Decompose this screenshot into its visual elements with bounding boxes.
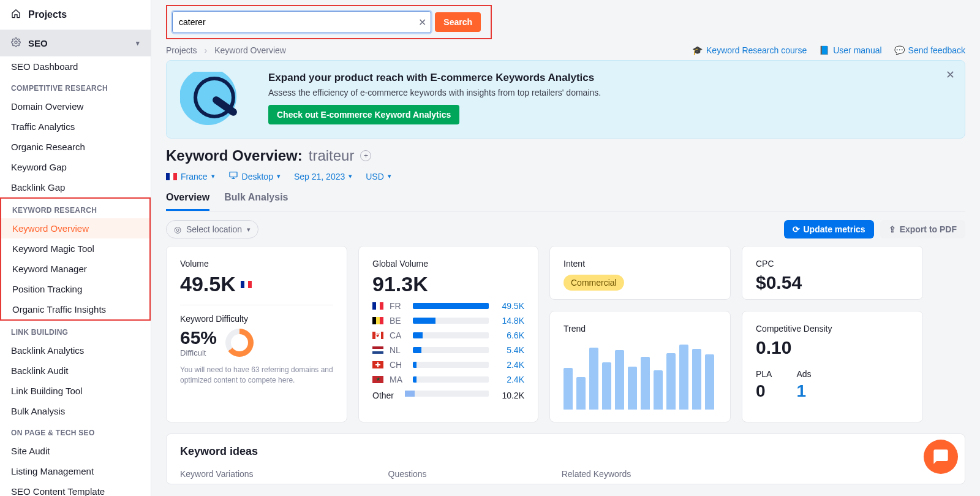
sidebar-item-domain-overview[interactable]: Domain Overview — [0, 96, 151, 116]
sidebar-item-site-audit[interactable]: Site Audit — [0, 441, 151, 461]
trend-bar — [589, 348, 598, 410]
kd-row: 65% Difficult — [180, 327, 333, 357]
global-val: 5.4K — [495, 345, 524, 355]
link-manual[interactable]: 📘User manual — [819, 45, 881, 55]
chat-fab[interactable] — [924, 440, 958, 474]
trend-bar — [628, 367, 637, 410]
sidebar: Projects SEO ▾ SEO Dashboard COMPETITIVE… — [0, 0, 151, 496]
ads-value[interactable]: 1 — [796, 381, 811, 401]
global-row-ca: CA6.6K — [372, 330, 524, 340]
global-bar — [413, 303, 489, 309]
flag-fr-icon — [241, 281, 252, 288]
filter-date[interactable]: Sep 21, 2023▾ — [294, 172, 352, 181]
update-metrics-button[interactable]: ⟳Update metrics — [784, 220, 874, 238]
sidebar-projects-label: Projects — [28, 9, 67, 20]
flag-ch-icon — [372, 361, 383, 368]
ads-label: Ads — [796, 369, 811, 379]
filter-device-label: Desktop — [242, 172, 273, 181]
sidebar-projects[interactable]: Projects — [0, 0, 151, 30]
global-cc: FR — [390, 301, 407, 311]
intent-label: Intent — [564, 259, 717, 269]
sidebar-item-keyword-magic[interactable]: Keyword Magic Tool — [1, 238, 149, 259]
close-icon[interactable]: ✕ — [946, 68, 955, 82]
flag-ma-icon — [372, 376, 383, 383]
location-selector[interactable]: ◎ Select location ▾ — [166, 220, 258, 238]
page-title-label: Keyword Overview: — [166, 147, 303, 164]
chevron-down-icon: ▾ — [247, 226, 251, 234]
target-icon: ◎ — [174, 224, 181, 234]
sidebar-item-backlink-analytics[interactable]: Backlink Analytics — [0, 340, 151, 361]
global-row-fr: FR49.5K — [372, 301, 524, 311]
ideas-title: Keyword ideas — [180, 445, 951, 458]
sidebar-item-organic-research[interactable]: Organic Research — [0, 137, 151, 157]
sidebar-item-seo-content-template[interactable]: SEO Content Template — [0, 481, 151, 496]
global-bar — [413, 332, 489, 338]
clear-icon[interactable]: ✕ — [418, 17, 426, 28]
export-icon: ⇪ — [889, 224, 896, 234]
global-val: 49.5K — [495, 301, 524, 311]
pla-metric: PLA 0 — [756, 369, 772, 401]
global-bar — [413, 347, 489, 353]
banner-title: Expand your product reach with E-commerc… — [268, 72, 601, 84]
sidebar-item-keyword-overview[interactable]: Keyword Overview — [1, 218, 149, 238]
breadcrumb-projects[interactable]: Projects — [166, 45, 197, 55]
global-bar — [413, 318, 489, 324]
filter-country-label: France — [181, 172, 208, 181]
sidebar-item-backlink-gap[interactable]: Backlink Gap — [0, 177, 151, 197]
trend-bar — [564, 368, 573, 410]
link-feedback[interactable]: 💬Send feedback — [894, 45, 965, 55]
sidebar-head-keyword: KEYWORD RESEARCH — [1, 199, 149, 218]
filter-currency[interactable]: USD▾ — [366, 172, 391, 181]
flag-fr-icon — [166, 173, 177, 180]
tab-bulk[interactable]: Bulk Analysis — [224, 187, 288, 211]
home-icon — [11, 9, 21, 21]
card-keyword-ideas: Keyword ideas Keyword Variations Questio… — [166, 433, 965, 484]
sidebar-item-listing-management[interactable]: Listing Management — [0, 461, 151, 481]
sidebar-head-competitive: COMPETITIVE RESEARCH — [0, 77, 151, 96]
sidebar-item-link-building[interactable]: Link Building Tool — [0, 381, 151, 401]
promo-banner: Expand your product reach with E-commerc… — [166, 60, 965, 139]
add-keyword-button[interactable]: + — [360, 150, 371, 161]
volume-number: 49.5K — [180, 272, 236, 296]
filter-device[interactable]: Desktop▾ — [228, 170, 281, 182]
book-icon: 📘 — [819, 45, 829, 55]
flag-nl-icon — [372, 346, 383, 354]
trend-bar — [692, 349, 701, 410]
pla-label: PLA — [756, 369, 772, 379]
sidebar-item-bulk-analysis[interactable]: Bulk Analysis — [0, 401, 151, 421]
tab-overview[interactable]: Overview — [166, 187, 209, 211]
trend-label: Trend — [564, 324, 717, 334]
card-global-volume: Global Volume 91.3K FR49.5KBE14.8KCA6.6K… — [358, 246, 538, 422]
update-metrics-label: Update metrics — [804, 224, 865, 234]
ideas-col-questions: Questions — [388, 469, 427, 479]
ads-metric: Ads 1 — [796, 369, 811, 401]
global-row-be: BE14.8K — [372, 316, 524, 326]
card-compdens: Competitive Density 0.10 PLA 0 Ads 1 — [742, 311, 923, 422]
global-cc: NL — [390, 345, 407, 355]
sidebar-seo[interactable]: SEO ▾ — [0, 30, 151, 56]
sidebar-item-backlink-audit[interactable]: Backlink Audit — [0, 361, 151, 381]
filter-country[interactable]: France▾ — [166, 172, 215, 181]
search-input[interactable] — [172, 11, 431, 33]
link-feedback-label: Send feedback — [908, 45, 965, 55]
volume-label: Volume — [180, 259, 333, 269]
sidebar-item-position-tracking[interactable]: Position Tracking — [1, 279, 149, 299]
sidebar-item-seo-dashboard[interactable]: SEO Dashboard — [0, 56, 151, 77]
sidebar-item-keyword-manager[interactable]: Keyword Manager — [1, 259, 149, 279]
sidebar-item-organic-insights[interactable]: Organic Traffic Insights — [1, 299, 149, 319]
refresh-icon: ⟳ — [793, 224, 800, 234]
global-row-ch: CH2.4K — [372, 360, 524, 370]
kd-value: 65% — [180, 327, 217, 348]
trend-bar — [705, 354, 714, 410]
sidebar-item-traffic-analytics[interactable]: Traffic Analytics — [0, 116, 151, 137]
global-other-bar — [405, 391, 489, 397]
banner-subtitle: Assess the efficiency of e-commerce keyw… — [268, 88, 601, 97]
search-button[interactable]: Search — [435, 12, 481, 32]
global-label: Global Volume — [372, 259, 524, 269]
sidebar-item-keyword-gap[interactable]: Keyword Gap — [0, 157, 151, 177]
export-pdf-button[interactable]: ⇪Export to PDF — [880, 220, 965, 238]
banner-cta-button[interactable]: Check out E-commerce Keyword Analytics — [268, 105, 459, 124]
card-intent: Intent Commercial — [549, 246, 731, 300]
link-course[interactable]: 🎓Keyword Research course — [692, 45, 807, 55]
global-val: 2.4K — [495, 360, 524, 370]
